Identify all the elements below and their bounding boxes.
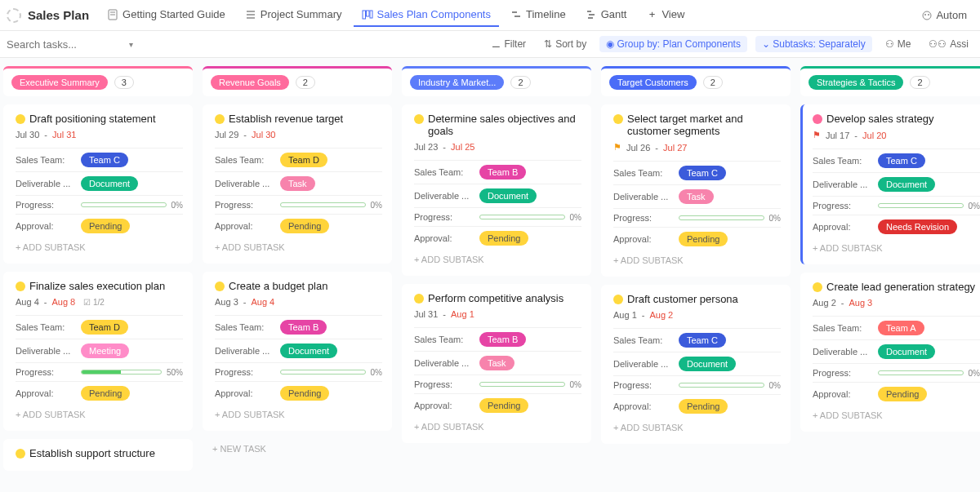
deliverable-pill[interactable]: Document: [479, 188, 537, 203]
deliverable-pill[interactable]: Document: [81, 176, 138, 191]
approval-pill[interactable]: Pending: [679, 232, 728, 246]
add-subtask-button[interactable]: + ADD SUBTASK: [613, 250, 781, 270]
approval-pill[interactable]: Needs Revision: [878, 219, 957, 234]
row-label: Deliverable ...: [16, 346, 81, 356]
card-row: Deliverable ...Task: [414, 351, 581, 375]
approval-pill[interactable]: Pending: [479, 398, 528, 413]
task-card[interactable]: Finalize sales execution planAug 4-Aug 8…: [3, 272, 193, 431]
row-label: Deliverable ...: [215, 346, 280, 356]
approval-pill[interactable]: Pending: [479, 231, 528, 246]
me-button[interactable]: ⚇Me: [880, 37, 916, 51]
row-label: Sales Team:: [414, 167, 479, 177]
add-subtask-button[interactable]: + ADD SUBTASK: [613, 418, 781, 437]
approval-pill[interactable]: Pending: [280, 386, 329, 401]
card-row: Deliverable ...Document: [813, 172, 980, 196]
tab-add-view[interactable]: + View: [638, 3, 693, 27]
add-subtask-button[interactable]: + ADD SUBTASK: [16, 237, 183, 257]
deliverable-pill[interactable]: Document: [280, 344, 337, 358]
row-label: Deliverable ...: [613, 359, 679, 369]
tab-timeline[interactable]: Timeline: [502, 3, 574, 27]
sort-button[interactable]: ⇅Sort by: [539, 37, 591, 51]
add-subtask-button[interactable]: + ADD SUBTASK: [16, 405, 183, 424]
row-label: Deliverable ...: [613, 192, 679, 202]
deliverable-pill[interactable]: Task: [280, 176, 315, 191]
approval-pill[interactable]: Pending: [679, 399, 728, 414]
column: Executive Summary3Draft positioning stat…: [3, 66, 193, 471]
tab-label: Timeline: [526, 8, 566, 20]
task-card[interactable]: Establish revenue targetJul 29-Jul 30Sal…: [203, 104, 392, 264]
progress-row: Progress:0%: [414, 375, 581, 393]
add-subtask-button[interactable]: + ADD SUBTASK: [215, 405, 382, 424]
status-dot-icon: [414, 294, 424, 304]
deliverable-pill[interactable]: Document: [679, 357, 736, 371]
card-row: Deliverable ...Task: [215, 171, 382, 195]
team-pill[interactable]: Team D: [280, 153, 327, 167]
search-input[interactable]: [7, 38, 88, 51]
column-header[interactable]: Strategies & Tactics2: [800, 66, 980, 96]
column-header[interactable]: Executive Summary3: [3, 66, 193, 96]
approval-pill[interactable]: Pending: [81, 219, 130, 233]
subtasks-button[interactable]: ⌄ Subtasks: Separately: [755, 36, 872, 52]
approval-row: Approval:Pending: [215, 214, 382, 237]
task-card[interactable]: Select target market and customer segmen…: [601, 104, 791, 277]
column-header[interactable]: Industry & Market...2: [402, 66, 591, 96]
team-pill[interactable]: Team C: [81, 153, 128, 167]
team-pill[interactable]: Team B: [479, 332, 526, 347]
add-subtask-button[interactable]: + ADD SUBTASK: [813, 406, 980, 425]
task-card[interactable]: Develop sales strategy⚑Jul 17-Jul 20Sale…: [800, 104, 980, 264]
approval-pill[interactable]: Pending: [81, 386, 130, 401]
deliverable-pill[interactable]: Task: [679, 189, 714, 204]
team-pill[interactable]: Team C: [679, 333, 726, 348]
team-pill[interactable]: Team B: [479, 165, 526, 180]
add-subtask-button[interactable]: + ADD SUBTASK: [215, 237, 382, 257]
add-subtask-button[interactable]: + ADD SUBTASK: [414, 250, 581, 269]
card-dates: Jul 31-Aug 1: [414, 309, 581, 319]
team-pill[interactable]: Team C: [679, 166, 726, 180]
team-pill[interactable]: Team C: [878, 153, 925, 168]
tab-gantt[interactable]: Gantt: [577, 3, 635, 27]
deliverable-pill[interactable]: Document: [878, 177, 935, 192]
approval-pill[interactable]: Pending: [280, 219, 329, 233]
team-pill[interactable]: Team D: [81, 320, 128, 335]
task-card[interactable]: Perform competitive analysisJul 31-Aug 1…: [402, 284, 591, 443]
new-task-button[interactable]: + NEW TASK: [203, 437, 392, 460]
deliverable-pill[interactable]: Task: [479, 356, 514, 370]
row-label: Sales Team:: [16, 155, 81, 165]
team-pill[interactable]: Team A: [878, 321, 924, 335]
task-card[interactable]: Create a budget planAug 3-Aug 4Sales Tea…: [203, 272, 392, 431]
column: Strategies & Tactics2Develop sales strat…: [800, 66, 980, 471]
automations-button[interactable]: Autom: [915, 6, 973, 24]
tab-sales-plan-components[interactable]: Sales Plan Components: [354, 3, 499, 27]
team-pill[interactable]: Team B: [280, 320, 327, 335]
card-title: Draft positioning statement: [29, 113, 156, 125]
group-by-button[interactable]: ◉ Group by: Plan Components: [599, 36, 747, 52]
card-title: Create a budget plan: [229, 280, 327, 292]
person-icon: ⚇: [885, 38, 894, 50]
task-card[interactable]: Create lead generation strategyAug 2-Aug…: [800, 273, 980, 432]
row-label: Sales Team:: [613, 335, 679, 345]
task-card[interactable]: Determine sales objectives and goalsJul …: [402, 104, 591, 276]
progress-row: Progress:50%: [16, 362, 183, 381]
deliverable-pill[interactable]: Document: [878, 344, 935, 359]
card-row: Deliverable ...Document: [813, 339, 980, 363]
chevron-down-icon[interactable]: ▾: [129, 40, 133, 49]
progress-row: Progress:0%: [414, 207, 581, 226]
add-subtask-button[interactable]: + ADD SUBTASK: [414, 417, 581, 437]
approval-pill[interactable]: Pending: [878, 387, 927, 401]
column-header[interactable]: Revenue Goals2: [203, 66, 392, 96]
assignee-button[interactable]: ⚇⚇Assi: [924, 37, 973, 51]
task-card[interactable]: Draft customer personaAug 1-Aug 2Sales T…: [601, 285, 791, 444]
task-card[interactable]: Draft positioning statementJul 30-Jul 31…: [3, 104, 193, 264]
tab-project-summary[interactable]: Project Summary: [237, 3, 350, 27]
task-card[interactable]: Establish support structure: [3, 439, 193, 471]
card-dates: Aug 2-Aug 3: [813, 298, 980, 308]
tab-getting-started[interactable]: Getting Started Guide: [99, 3, 234, 27]
approval-row: Approval:Pending: [16, 381, 183, 405]
add-subtask-button[interactable]: + ADD SUBTASK: [813, 238, 980, 258]
column-header[interactable]: Target Customers2: [601, 66, 791, 96]
timeline-icon: [510, 9, 522, 20]
automations-label: Autom: [936, 9, 967, 21]
filter-button[interactable]: ⚊Filter: [487, 37, 531, 51]
filter-icon: ⚊: [492, 38, 501, 50]
deliverable-pill[interactable]: Meeting: [81, 344, 129, 358]
